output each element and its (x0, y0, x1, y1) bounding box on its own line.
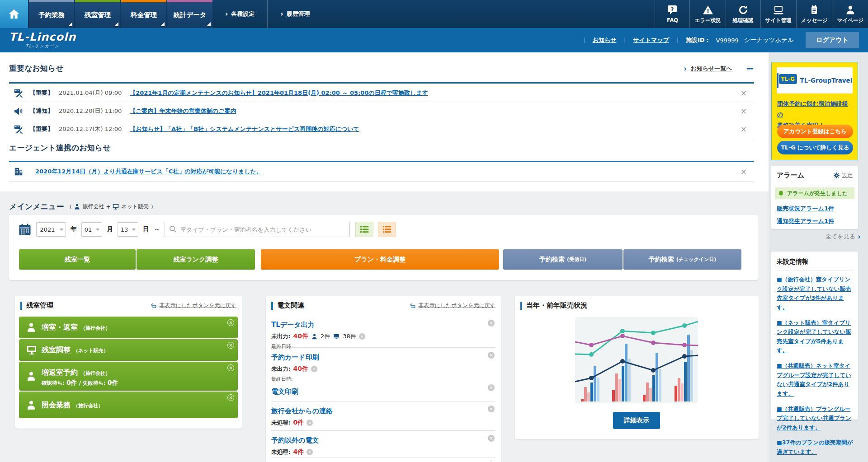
alarm-settings-link[interactable]: 設定 (833, 172, 853, 179)
close-icon[interactable]: × (738, 107, 750, 116)
unset-link-common-plangroup[interactable]: ■（共通販売）プラングループ完了していない共通プランが2件あります。 (777, 405, 854, 433)
reservation-search-received-button[interactable]: 予約検索(受信日) (503, 249, 623, 270)
notice-link[interactable]: 【お知らせ】「A社」「B社」システムメンテナンスとサービス再開後の対応について (130, 125, 359, 133)
fail-wait-value: 0件 (108, 379, 118, 387)
see-all-link[interactable]: 全てを見る › (826, 232, 861, 241)
faq-icon: ? (667, 5, 678, 15)
dismiss-icon[interactable]: × (488, 352, 495, 359)
maintenance-icon (13, 124, 24, 134)
util-label: メッセージ (801, 17, 828, 24)
tlg-banner[interactable]: TL-G TL-GroupTravel 団体予約に悩む宿泊施設様の 業務改善を実… (771, 62, 858, 160)
home-button[interactable] (0, 0, 28, 28)
notice-link[interactable]: 【ご案内】年末年始の営業体制のご案内 (130, 107, 236, 115)
facility-id-label: 施設ID： (686, 36, 711, 44)
dismiss-icon[interactable]: × (307, 420, 313, 426)
plan-rate-adjust-button[interactable]: プラン・料金調整 (261, 249, 499, 270)
room-adjust-button[interactable]: 残室調整（ネット販売） × (19, 339, 238, 361)
day-label: 日 (143, 225, 149, 233)
dismiss-icon[interactable]: × (307, 449, 313, 455)
tab-reservation[interactable]: 予約業務 (29, 0, 74, 28)
app-logo[interactable]: TL-Lincoln TL-リンカーン (9, 32, 76, 49)
nav-link-history[interactable]: ›履歴管理 (267, 0, 322, 28)
card-title: 電文関連 (277, 301, 304, 310)
unset-link-travel-roomtype[interactable]: ■（旅行会社）室タイプリンク設定が完了していない販売先室タイプが3件があります。 (777, 275, 854, 313)
close-icon[interactable]: × (738, 167, 750, 176)
logout-button[interactable]: ログアウト (806, 32, 859, 48)
dismiss-icon[interactable]: × (488, 384, 495, 391)
notice-link[interactable]: 【2021年1月の定期メンテナンスのお知らせ】2021年01月18日(月) 02… (130, 89, 428, 97)
sales-alarm-link[interactable]: 販売状況アラーム1件 (777, 205, 834, 213)
dismiss-icon[interactable]: × (488, 320, 495, 327)
non-reservation-telegram-row: 予約以外の電文 未処理: 4件 × × (271, 431, 495, 457)
year-select[interactable]: 2021 (36, 222, 66, 237)
agent-notice-link[interactable]: 2020年12月14日（月）より共通在庫サービス「C社」の対応が可能になりました… (35, 168, 262, 176)
room-rank-adjust-button[interactable]: 残室ランク調整 (137, 249, 255, 270)
util-error-status[interactable]: ! エラー状況 (689, 0, 725, 28)
stat-label: 未処理: (271, 419, 291, 427)
tab-rate-management[interactable]: 料金管理 (121, 0, 166, 28)
dismiss-icon[interactable]: × (227, 364, 234, 371)
megaphone-icon (13, 106, 24, 116)
util-mypage[interactable]: マイページ (832, 0, 868, 28)
error-warning-icon: ! (703, 5, 713, 15)
bell-icon (778, 190, 784, 197)
nav-link-settings[interactable]: ›各種設定 (212, 0, 267, 28)
search-input[interactable] (165, 222, 350, 237)
partial-row: × (271, 458, 495, 462)
unset-link-common-roomgroup[interactable]: ■（共通販売）ネット室タイプグループ設定が完了していない共通室タイプが2件ありま… (777, 361, 854, 399)
dismiss-icon[interactable]: × (227, 342, 234, 349)
building-icon (13, 167, 24, 177)
detail-display-button[interactable]: 詳細表示 (613, 412, 660, 429)
util-process-check[interactable]: 処理確認 (726, 0, 760, 28)
room-add-return-button[interactable]: 増室・返室（旅行会社） × (19, 317, 238, 338)
alarm-header: アラーム 設定 (777, 171, 853, 180)
tl-data-output-link[interactable]: TLデータ出力 (271, 321, 315, 329)
restore-hidden-buttons-link[interactable]: 非表示にしたボタンを元に戻す (410, 302, 495, 309)
util-site-management[interactable]: サイト管理 (760, 0, 796, 28)
list-view-green-toggle[interactable] (355, 222, 373, 237)
header-bar: TL-Lincoln TL-リンカーン ｜ お知らせ ｜ サイトマップ ｜ 施設… (0, 28, 868, 52)
tab-room-management[interactable]: 残室管理 (75, 0, 120, 28)
util-message[interactable]: メッセージ (796, 0, 832, 28)
see-all-label: 全てを見る (826, 233, 855, 241)
telegram-print-link[interactable]: 電文印刷 (271, 387, 298, 396)
unset-link-expired-plans[interactable]: ■37件のプランの販売期間が過ぎています。 (777, 438, 854, 457)
inquiry-business-button[interactable]: 照会業務（旅行会社） × (19, 392, 238, 418)
notice-list-link[interactable]: お知らせ一覧へ (690, 65, 732, 73)
non-reservation-telegram-link[interactable]: 予約以外の電文 (271, 436, 319, 444)
unset-link-net-roomtype[interactable]: ■（ネット販売）室タイプリンク設定が完了していない販売先室タイプが5件あります。 (777, 318, 854, 356)
reservation-card-print-link[interactable]: 予約カード印刷 (271, 353, 319, 361)
month-select[interactable]: 01 (81, 222, 102, 237)
room-add-return-reservation-button[interactable]: 増返室予約（旅行会社） 確認待ち: 0件 / 失敗待ち: 0件 × (19, 362, 238, 391)
close-icon[interactable]: × (738, 125, 750, 134)
separator: / (79, 380, 81, 386)
dismiss-icon[interactable]: × (488, 406, 495, 412)
dismiss-icon[interactable]: × (488, 435, 495, 442)
dismiss-icon[interactable]: × (227, 394, 234, 401)
account-register-button[interactable]: アカウント登録はこちら (777, 125, 853, 138)
notification-alarm-link[interactable]: 通知発生アラーム1件 (777, 217, 834, 225)
button-scope: （旅行会社） (80, 370, 110, 377)
header-right: ｜ お知らせ ｜ サイトマップ ｜ 施設ID： V99999 シーナッツホテル … (581, 32, 859, 48)
restore-hidden-buttons-link[interactable]: 非表示にしたボタンを元に戻す (151, 302, 236, 309)
restore-label: 非表示にしたボタンを元に戻す (159, 302, 236, 309)
util-faq[interactable]: ? FAQ (655, 0, 689, 28)
section-title: 重要なお知らせ (9, 63, 64, 74)
day-select[interactable]: 13 (118, 222, 138, 237)
notice-datetime: 2020.12.20(日) 11:00 (59, 107, 122, 115)
confirm-wait-label: 確認待ち: (42, 380, 65, 387)
notice-header-link[interactable]: お知らせ (593, 36, 617, 44)
sitemap-link[interactable]: サイトマップ (633, 36, 669, 44)
dismiss-icon[interactable]: × (359, 333, 365, 340)
agency-contact-link[interactable]: 旅行会社からの連絡 (271, 407, 333, 415)
dismiss-icon[interactable]: × (311, 366, 317, 372)
reservation-search-checkin-button[interactable]: 予約検索(チェックイン日) (623, 249, 741, 270)
laptop-icon (773, 5, 784, 15)
collapse-button[interactable]: − (746, 64, 754, 74)
dismiss-icon[interactable]: × (227, 319, 234, 326)
tab-statistics[interactable]: 統計データ (167, 0, 212, 28)
list-view-orange-toggle[interactable] (378, 222, 396, 237)
room-list-button[interactable]: 残室一覧 (19, 249, 136, 270)
tlg-about-button[interactable]: TL-G について詳しく見る (777, 141, 853, 154)
close-icon[interactable]: × (738, 89, 750, 98)
